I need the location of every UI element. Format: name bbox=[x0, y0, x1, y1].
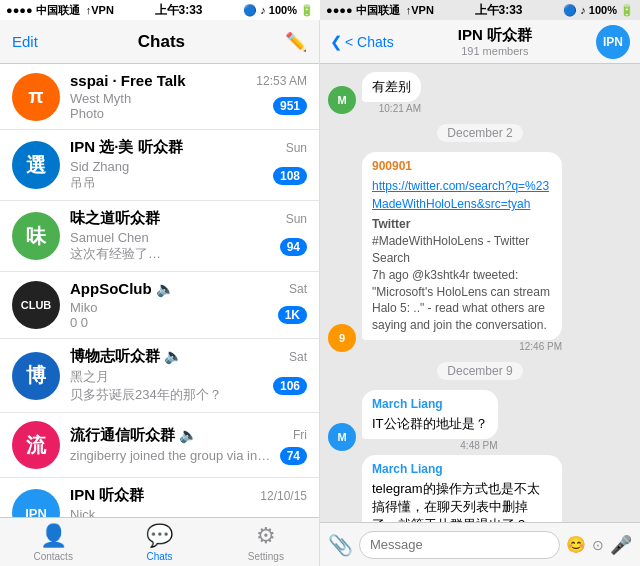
avatar: IPN bbox=[12, 489, 60, 517]
chat-sender: Nick bbox=[70, 507, 109, 517]
sender-name: 900901 bbox=[372, 158, 552, 175]
chat-time: 12:53 AM bbox=[256, 74, 307, 88]
time-left: 上午3:33 bbox=[155, 2, 203, 19]
unread-badge: 94 bbox=[280, 238, 307, 256]
input-bar: 📎 😊 ⊙ 🎤 bbox=[320, 522, 640, 566]
link-preview: Twitter #MadeWithHoloLens - Twitter Sear… bbox=[372, 216, 552, 334]
main-container: Edit Chats ✏️ π sspai · Free Talk 12:53 … bbox=[0, 20, 640, 566]
message-text: IT公论群的地址是？ bbox=[372, 416, 488, 431]
chat-preview: 贝多芬诞辰234年的那个？ bbox=[70, 386, 222, 404]
chat-preview: Photo bbox=[70, 106, 131, 121]
sender-name: March Liang bbox=[372, 461, 552, 478]
chat-list: π sspai · Free Talk 12:53 AM West Myth P… bbox=[0, 64, 319, 517]
link[interactable]: https://twitter.com/search?q=%23MadeWith… bbox=[372, 179, 549, 211]
back-label: < Chats bbox=[345, 34, 394, 50]
list-item[interactable]: 流 流行通信听众群 🔈 Fri zingiberry joined the gr… bbox=[0, 413, 319, 478]
status-bar-row: ●●●● 中国联通 ↑VPN 上午3:33 🔵 ♪ 100% 🔋 ●●●● 中国… bbox=[0, 0, 640, 20]
chat-info: 博物志听众群 🔈 Sat 黑之月 贝多芬诞辰234年的那个？ 106 bbox=[70, 347, 307, 404]
list-item[interactable]: 味 味之道听众群 Sun Samuel Chen 这次有经验了… 94 bbox=[0, 201, 319, 272]
chat-time: Sun bbox=[286, 141, 307, 155]
carrier-left: ●●●● 中国联通 ↑VPN bbox=[6, 3, 114, 18]
status-bar-left: ●●●● 中国联通 ↑VPN 上午3:33 🔵 ♪ 100% 🔋 bbox=[0, 0, 320, 20]
tab-chats[interactable]: 💬 Chats bbox=[106, 523, 212, 562]
avatar: 博 bbox=[12, 352, 60, 400]
back-button[interactable]: ❮ < Chats bbox=[330, 33, 394, 51]
member-count: 191 members bbox=[400, 45, 590, 57]
chat-time: Sun bbox=[286, 212, 307, 226]
tab-icon: 👤 bbox=[40, 523, 67, 549]
tab-label: Chats bbox=[146, 551, 172, 562]
date-divider: December 9 bbox=[437, 362, 522, 380]
chat-info: IPN 选·美 听众群 Sun Sid Zhang 吊吊 108 bbox=[70, 138, 307, 192]
avatar: 流 bbox=[12, 421, 60, 469]
avatar: 選 bbox=[12, 141, 60, 189]
unread-badge: 1K bbox=[278, 306, 307, 324]
tab-bar: 👤 Contacts 💬 Chats ⚙ Settings bbox=[0, 517, 319, 566]
msg-avatar: M bbox=[328, 423, 356, 451]
sender-name: March Liang bbox=[372, 396, 488, 413]
list-item[interactable]: π sspai · Free Talk 12:53 AM West Myth P… bbox=[0, 64, 319, 130]
message-text: telegram的操作方式也是不太搞得懂，在聊天列表中删掉了，就等于从群里退出了… bbox=[372, 481, 540, 522]
list-item[interactable]: CLUB AppSoClub 🔈 Sat Miko 0 0 1K bbox=[0, 272, 319, 339]
list-item[interactable]: 博 博物志听众群 🔈 Sat 黑之月 贝多芬诞辰234年的那个？ 106 bbox=[0, 339, 319, 413]
chat-info: 流行通信听众群 🔈 Fri zingiberry joined the grou… bbox=[70, 426, 307, 465]
time-right: 上午3:33 bbox=[475, 2, 523, 19]
expand-icon[interactable]: ⊙ bbox=[592, 537, 604, 553]
message-text: 有差别 bbox=[372, 79, 411, 94]
chat-preview: zingiberry joined the group via invite l… bbox=[70, 448, 276, 463]
compose-button[interactable]: ✏️ bbox=[285, 31, 307, 53]
chats-title: Chats bbox=[138, 32, 185, 52]
right-panel: ❮ < Chats IPN 听众群 191 members IPN M 有差别 … bbox=[320, 20, 640, 566]
list-item[interactable]: IPN IPN 听众群 12/10/15 Nick 并不是 bbox=[0, 478, 319, 517]
message-bubble: March Liang telegram的操作方式也是不太搞得懂，在聊天列表中删… bbox=[362, 455, 562, 522]
chat-time: Sat bbox=[289, 282, 307, 296]
edit-button[interactable]: Edit bbox=[12, 33, 38, 50]
message-time: 4:48 PM bbox=[460, 440, 497, 451]
chat-sender: 黑之月 bbox=[70, 368, 222, 386]
unread-badge: 951 bbox=[273, 97, 307, 115]
unread-badge: 108 bbox=[273, 167, 307, 185]
table-row: M March Liang IT公论群的地址是？ 4:48 PM bbox=[328, 390, 632, 451]
list-item[interactable]: 選 IPN 选·美 听众群 Sun Sid Zhang 吊吊 108 bbox=[0, 130, 319, 201]
left-panel: Edit Chats ✏️ π sspai · Free Talk 12:53 … bbox=[0, 20, 320, 566]
chat-info: AppSoClub 🔈 Sat Miko 0 0 1K bbox=[70, 280, 307, 330]
chevron-left-icon: ❮ bbox=[330, 33, 343, 51]
unread-badge: 74 bbox=[280, 447, 307, 465]
tab-contacts[interactable]: 👤 Contacts bbox=[0, 523, 106, 562]
chat-time: Sat bbox=[289, 350, 307, 364]
chat-name: IPN 选·美 听众群 bbox=[70, 138, 183, 157]
tab-icon: ⚙ bbox=[256, 523, 276, 549]
tab-label: Contacts bbox=[33, 551, 72, 562]
message-input[interactable] bbox=[359, 531, 560, 559]
unread-badge: 106 bbox=[273, 377, 307, 395]
avatar: π bbox=[12, 73, 60, 121]
message-bubble: 有差别 bbox=[362, 72, 421, 102]
chat-name: 博物志听众群 🔈 bbox=[70, 347, 183, 366]
left-header: Edit Chats ✏️ bbox=[0, 20, 319, 64]
chat-sender: Samuel Chen bbox=[70, 230, 161, 245]
chat-sender: Sid Zhang bbox=[70, 159, 129, 174]
battery-right: 🔵 ♪ 100% 🔋 bbox=[563, 4, 634, 17]
tab-settings[interactable]: ⚙ Settings bbox=[213, 523, 319, 562]
chat-sender: West Myth bbox=[70, 91, 131, 106]
chat-time: Fri bbox=[293, 428, 307, 442]
status-bar-right: ●●●● 中国联通 ↑VPN 上午3:33 🔵 ♪ 100% 🔋 bbox=[320, 0, 640, 20]
chat-name: AppSoClub 🔈 bbox=[70, 280, 175, 298]
table-row: M 有差别 10:21 AM bbox=[328, 72, 632, 114]
chat-name: 味之道听众群 bbox=[70, 209, 160, 228]
attachment-icon[interactable]: 📎 bbox=[328, 533, 353, 557]
right-header: ❮ < Chats IPN 听众群 191 members IPN bbox=[320, 20, 640, 64]
emoji-icon[interactable]: 😊 bbox=[566, 535, 586, 554]
group-info[interactable]: IPN 听众群 191 members bbox=[400, 26, 590, 57]
chat-name: 流行通信听众群 🔈 bbox=[70, 426, 198, 445]
avatar: CLUB bbox=[12, 281, 60, 329]
chat-preview: 这次有经验了… bbox=[70, 245, 161, 263]
table-row: 9 900901 https://twitter.com/search?q=%2… bbox=[328, 152, 632, 352]
chat-info: 味之道听众群 Sun Samuel Chen 这次有经验了… 94 bbox=[70, 209, 307, 263]
tab-label: Settings bbox=[248, 551, 284, 562]
message-time: 10:21 AM bbox=[379, 103, 421, 114]
mic-icon[interactable]: 🎤 bbox=[610, 534, 632, 556]
chat-info: IPN 听众群 12/10/15 Nick 并不是 bbox=[70, 486, 307, 517]
message-list: M 有差别 10:21 AM December 2 9 900901 https… bbox=[320, 64, 640, 522]
message-bubble: March Liang IT公论群的地址是？ bbox=[362, 390, 498, 439]
